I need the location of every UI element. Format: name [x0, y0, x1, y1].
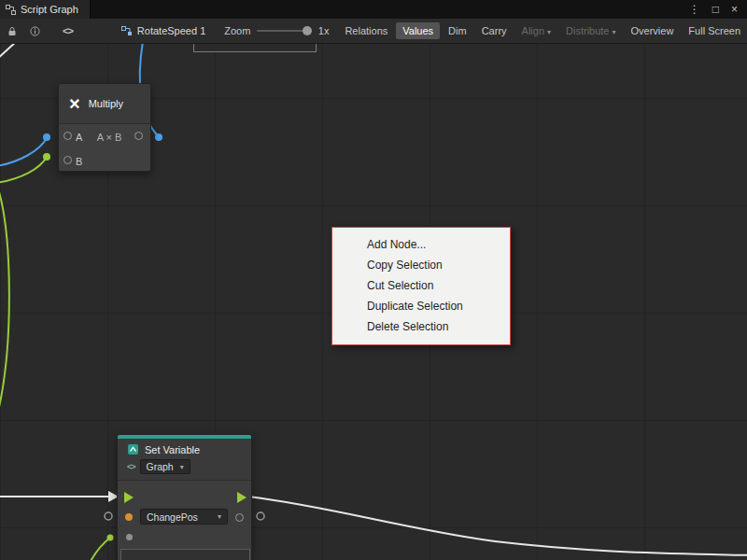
- variable-name-label: ChangePos: [147, 511, 198, 523]
- menu-item-cut-selection[interactable]: Cut Selection: [332, 275, 510, 296]
- set-variable-node[interactable]: Set Variable <> Graph▾ ChangePos▾: [117, 434, 252, 560]
- zoom-label: Zoom: [224, 25, 250, 36]
- variable-scope-dropdown[interactable]: Graph▾: [140, 459, 190, 474]
- flow-input-port[interactable]: [124, 492, 134, 503]
- multiply-operation-label: A × B: [85, 132, 134, 143]
- flow-output-port[interactable]: [237, 492, 247, 503]
- window-controls: ⋮ □ ×: [689, 0, 747, 19]
- secondary-input-port[interactable]: [126, 534, 133, 540]
- distribute-button[interactable]: Distribute▾: [559, 22, 622, 39]
- align-label: Align: [522, 25, 544, 36]
- info-icon[interactable]: [30, 26, 40, 36]
- menu-item-duplicate-selection[interactable]: Duplicate Selection: [332, 296, 510, 316]
- set-variable-title: Set Variable: [145, 444, 200, 455]
- output-port[interactable]: [134, 132, 143, 140]
- graph-name: RotateSpeed 1: [137, 25, 205, 36]
- zoom-slider[interactable]: [257, 30, 311, 32]
- value-field[interactable]: [120, 549, 250, 560]
- value-input-port[interactable]: [125, 513, 133, 521]
- port-a-label: A: [76, 132, 82, 143]
- multiply-icon: ×: [69, 94, 80, 113]
- relations-button[interactable]: Relations: [338, 22, 394, 39]
- chevron-down-icon: ▾: [547, 28, 551, 36]
- multiply-node[interactable]: × Multiply A A × B B: [58, 83, 151, 172]
- variable-scope-label: Graph: [147, 461, 174, 472]
- graph-toolbar: <> RotateSpeed 1 Zoom 1x Relations Value…: [0, 19, 747, 44]
- lock-icon[interactable]: [7, 26, 17, 36]
- values-button[interactable]: Values: [396, 22, 440, 39]
- port-b-label: B: [76, 156, 82, 167]
- dim-button[interactable]: Dim: [442, 22, 473, 39]
- input-port-b[interactable]: [63, 156, 72, 164]
- set-variable-header[interactable]: Set Variable <> Graph▾: [118, 439, 251, 481]
- graph-breadcrumb[interactable]: RotateSpeed 1: [121, 25, 205, 36]
- title-bar: Script Graph ⋮ □ ×: [0, 0, 747, 19]
- overview-button[interactable]: Overview: [625, 22, 681, 39]
- set-variable-icon: [127, 443, 139, 455]
- context-menu: Add Node... Copy Selection Cut Selection…: [331, 227, 511, 345]
- variable-name-dropdown[interactable]: ChangePos▾: [140, 509, 228, 525]
- graph-asset-icon: [121, 25, 133, 36]
- menu-item-add-node[interactable]: Add Node...: [332, 234, 510, 255]
- tab-label: Script Graph: [21, 4, 78, 15]
- value-output-port[interactable]: [235, 513, 244, 522]
- align-button[interactable]: Align▾: [515, 22, 557, 39]
- zoom-slider-knob[interactable]: [303, 26, 312, 35]
- multiply-node-title: Multiply: [89, 98, 123, 109]
- multiply-node-header[interactable]: × Multiply: [59, 84, 150, 124]
- distribute-label: Distribute: [566, 25, 609, 36]
- maximize-icon[interactable]: □: [712, 0, 719, 19]
- script-graph-icon: [6, 5, 16, 15]
- close-icon[interactable]: ×: [731, 0, 738, 19]
- fullscreen-button[interactable]: Full Screen: [682, 22, 747, 39]
- multiply-row-b: B: [59, 150, 150, 173]
- chevron-down-icon: ▾: [218, 512, 221, 521]
- zoom-value: 1x: [318, 25, 330, 36]
- chevron-down-icon: ▾: [180, 463, 184, 471]
- code-view-icon[interactable]: <>: [63, 25, 73, 36]
- window-menu-icon[interactable]: ⋮: [689, 0, 700, 19]
- script-graph-window: Script Graph ⋮ □ × <>: [0, 0, 747, 560]
- code-icon: <>: [127, 462, 135, 471]
- tab-script-graph[interactable]: Script Graph: [0, 0, 91, 19]
- input-port-a[interactable]: [63, 132, 72, 140]
- menu-item-delete-selection[interactable]: Delete Selection: [332, 316, 510, 337]
- carry-button[interactable]: Carry: [475, 22, 514, 39]
- chevron-down-icon: ▾: [613, 28, 616, 36]
- menu-item-copy-selection[interactable]: Copy Selection: [332, 255, 510, 275]
